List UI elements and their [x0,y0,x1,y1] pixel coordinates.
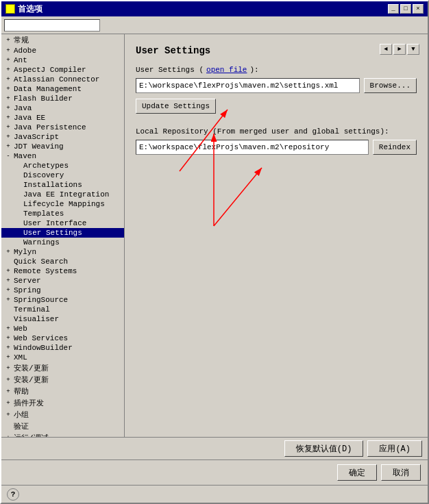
sidebar-label: Adobe [14,47,36,55]
sidebar-item-mylyn[interactable]: + Mylyn [1,247,124,257]
sidebar-item-springsource[interactable]: + SpringSource [1,295,124,305]
expand-icon: + [4,114,12,121]
filter-input[interactable] [4,19,100,32]
sidebar-item-lifecyclemappings[interactable]: Lifecycle Mappings [1,199,124,209]
sidebar-item-visualiser[interactable]: Visualiser [1,314,124,324]
sidebar-item-group[interactable]: + 小组 [1,409,124,420]
sidebar-label: 验证 [14,421,29,431]
sidebar-item-webservices[interactable]: + Web Services [1,333,124,343]
preferences-window: 首选项 _ □ × + 常规 + Adobe + Ant [0,0,429,504]
cancel-button[interactable]: 取消 [381,464,421,481]
expand-icon: + [4,47,12,54]
sidebar-item-maven[interactable]: - Maven [1,151,124,161]
sidebar-label: Web Services [14,334,68,342]
sidebar-item-install1[interactable]: + 安装/更新 [1,362,124,374]
sidebar-item-windowbuilder[interactable]: + WindowBuilder [1,343,124,353]
ok-cancel-bar: 确定 取消 [1,459,428,485]
sidebar-item-userinterface[interactable]: User Interface [1,218,124,228]
expand-icon: + [4,268,12,275]
sidebar-item-jdtweaving[interactable]: + JDT Weaving [1,142,124,151]
sidebar-label: 安装/更新 [14,363,49,373]
sidebar-label: XML [14,353,27,362]
sidebar-label: Mylyn [14,248,36,256]
sidebar-label: Quick Search [14,257,68,266]
sidebar-item-archetypes[interactable]: Archetypes [1,161,124,171]
sidebar-label: User Interface [23,219,86,227]
sidebar-item-install2[interactable]: + 安装/更新 [1,374,124,386]
sidebar-label: JDT Weaving [14,142,64,151]
expand-icon: + [4,66,12,73]
sidebar-label: Templates [23,210,64,218]
sidebar-item-templates[interactable]: Templates [1,209,124,218]
sidebar-item-javaeeintegration[interactable]: Java EE Integration [1,190,124,199]
sidebar: + 常规 + Adobe + Ant + AspectJ Compiler + … [1,34,125,437]
sidebar-label: Installations [23,181,82,189]
expand-icon: + [4,344,12,351]
minimize-button[interactable]: _ [388,4,399,14]
sidebar-item-javascript[interactable]: + JavaScript [1,132,124,142]
expand-icon: + [4,86,12,92]
sidebar-item-javaee[interactable]: + Java EE [1,113,124,123]
browse-button[interactable]: Browse... [364,78,417,93]
sidebar-item-terminal[interactable]: Terminal [1,305,124,314]
sidebar-item-plugindev[interactable]: + 插件开发 [1,397,124,409]
sidebar-label: Java Persistence [14,123,86,131]
sidebar-item-help[interactable]: + 帮助 [1,386,124,397]
sidebar-label: WindowBuilder [14,344,73,352]
sidebar-item-ant[interactable]: + Ant [1,55,124,65]
sidebar-label: Flash Builder [14,94,73,103]
user-settings-label-text: User Settings ( [136,66,204,74]
sidebar-label: 常规 [14,35,29,45]
sidebar-item-discovery[interactable]: Discovery [1,171,124,180]
sidebar-item-javapersistence[interactable]: + Java Persistence [1,123,124,132]
sidebar-item-atlassian[interactable]: + Atlassian Connector [1,75,124,84]
expand-icon: + [4,57,12,64]
annotation-arrows [125,34,428,437]
expand-icon: + [4,124,12,131]
forward-button[interactable]: ► [393,44,406,55]
update-settings-button[interactable]: Update Settings [136,99,216,114]
close-button[interactable]: × [413,4,424,14]
help-icon[interactable]: ? [7,488,19,501]
sidebar-item-spring[interactable]: + Spring [1,286,124,295]
sidebar-item-flashbuilder[interactable]: + Flash Builder [1,94,124,103]
sidebar-item-changui[interactable]: + 常规 [1,34,124,46]
sidebar-item-server[interactable]: + Server [1,276,124,286]
sidebar-item-installations[interactable]: Installations [1,180,124,190]
user-settings-path-input[interactable] [136,78,360,93]
sidebar-label: Java [14,104,32,112]
sidebar-item-adobe[interactable]: + Adobe [1,46,124,55]
title-bar: 首选项 _ □ × [1,1,428,16]
sidebar-item-auth[interactable]: 验证 [1,420,124,432]
update-settings-row: Update Settings [136,99,417,114]
right-panel: ◄ ► ▼ User Settings User Settings (open … [125,34,428,437]
reindex-button[interactable]: Reindex [373,140,417,155]
sidebar-item-warnings[interactable]: Warnings [1,238,124,247]
sidebar-item-web[interactable]: + Web [1,324,124,333]
sidebar-item-usersettings[interactable]: User Settings [1,228,124,238]
sidebar-item-quicksearch[interactable]: Quick Search [1,257,124,266]
sidebar-label: Server [14,277,41,285]
expand-icon: + [4,354,12,361]
nav-arrows: ◄ ► ▼ [380,44,419,55]
sidebar-item-xml[interactable]: + XML [1,353,124,362]
sidebar-label: Terminal [14,305,50,314]
sidebar-item-java[interactable]: + Java [1,103,124,113]
dropdown-button[interactable]: ▼ [407,44,419,55]
sidebar-item-remotesystems[interactable]: + Remote Systems [1,266,124,276]
open-file-link[interactable]: open file [206,66,247,74]
sidebar-label: Lifecycle Mappings [23,200,105,208]
back-button[interactable]: ◄ [380,44,392,55]
restore-defaults-button[interactable]: 恢复默认值(D) [284,440,364,457]
sidebar-item-aspectj[interactable]: + AspectJ Compiler [1,65,124,75]
apply-button[interactable]: 应用(A) [367,440,422,457]
sidebar-label: Atlassian Connector [14,75,99,84]
toolbar [1,16,428,34]
maximize-button[interactable]: □ [400,4,411,14]
sidebar-item-datamanagement[interactable]: + Data Management [1,84,124,94]
sidebar-label: SpringSource [14,296,68,304]
sidebar-item-rundebug[interactable]: + 运行/调试 [1,432,124,437]
ok-button[interactable]: 确定 [337,464,377,481]
local-repo-path-input[interactable] [136,140,369,155]
sidebar-label: Data Management [14,85,82,93]
